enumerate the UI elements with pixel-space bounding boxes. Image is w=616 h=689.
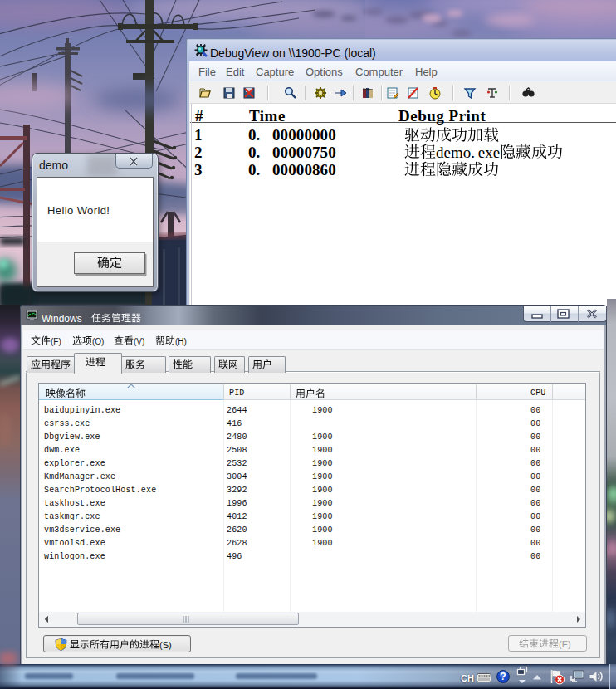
svg-text:?: ? <box>500 671 506 682</box>
